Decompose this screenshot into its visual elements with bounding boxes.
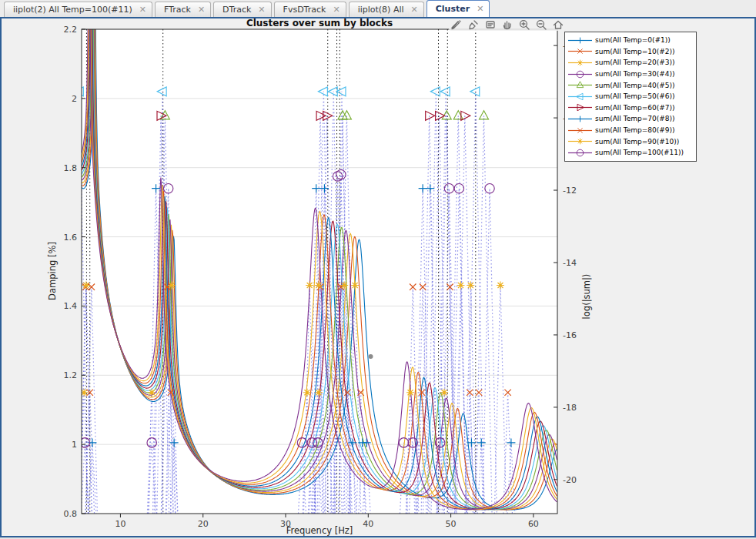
y-tick-label-left: 1 [72, 440, 77, 450]
legend-label: sum(All Temp=50(#6)) [595, 92, 674, 100]
legend-marker-x [567, 46, 593, 56]
legend-label: sum(All Temp=40(#5)) [595, 82, 674, 89]
y-tick-label-right: -18 [563, 403, 577, 413]
tab-fvsdtrack[interactable]: FvsDTrack✕ [274, 2, 346, 17]
legend-entry[interactable]: sum(All Temp=0(#1)) [567, 35, 694, 46]
legend-label: sum(All Temp=60(#7)) [595, 104, 674, 112]
legend-label: sum(All Temp=10(#2)) [595, 48, 674, 55]
y-tick-label-right: -20 [563, 475, 577, 485]
y-tick-label-right: -16 [563, 330, 577, 340]
tab-dtrack[interactable]: DTrack✕ [213, 2, 271, 17]
legend-entry[interactable]: sum(All Temp=30(#4)) [567, 69, 694, 80]
legend-label: sum(All Temp=70(#8)) [595, 115, 674, 122]
legend-label: sum(All Temp=100(#11)) [595, 149, 684, 156]
legend-entry[interactable]: sum(All Temp=10(#2)) [567, 46, 694, 58]
tab-close-icon[interactable]: ✕ [258, 6, 265, 14]
tab-label: Cluster [436, 4, 470, 14]
legend-entry[interactable]: sum(All Temp=40(#5)) [567, 79, 694, 91]
zoom-in-icon[interactable] [518, 18, 530, 31]
y-tick-label-left: 2.2 [64, 25, 78, 35]
legend-entry[interactable]: sum(All Temp=20(#3)) [567, 57, 694, 69]
tab-close-icon[interactable]: ✕ [333, 6, 340, 14]
screenshot-root: { "window": { "tabs": [ {"label": "iiplo… [0, 0, 756, 539]
tab-bar: iiplot(2) All Temp=100(#11)✕FTrack✕DTrac… [0, 0, 756, 17]
restore-view-icon[interactable] [552, 18, 564, 31]
y-axis-label-left: Damping [%] [47, 242, 58, 300]
tab-label: DTrack [222, 5, 251, 15]
tab-iiplot-2-all-temp-100-11-[interactable]: iiplot(2) All Temp=100(#11)✕ [4, 2, 152, 17]
legend-marker-asterisk [567, 58, 593, 68]
y-tick-label-left: 1.6 [64, 233, 78, 243]
legend-entry[interactable]: sum(All Temp=80(#9)) [567, 125, 694, 136]
y-tick-label-left: 1.2 [64, 370, 78, 380]
legend[interactable]: sum(All Temp=0(#1))sum(All Temp=10(#2))s… [564, 32, 697, 162]
y-tick-label-left: 0.8 [64, 509, 78, 519]
legend-entry[interactable]: sum(All Temp=70(#8)) [567, 113, 694, 125]
legend-label: sum(All Temp=0(#1)) [595, 36, 671, 44]
tab-iiplot-8-all[interactable]: iiplot(8) All✕ [349, 2, 424, 17]
tab-close-icon[interactable]: ✕ [139, 6, 146, 14]
x-axis-label: Frequency [Hz] [82, 525, 557, 536]
tab-label: iiplot(8) All [358, 5, 404, 15]
datatip-icon[interactable] [484, 18, 497, 31]
legend-label: sum(All Temp=30(#4)) [595, 70, 674, 78]
legend-entry[interactable]: sum(All Temp=60(#7)) [567, 102, 694, 114]
legend-marker-plus [567, 114, 593, 124]
export-icon[interactable] [450, 18, 463, 31]
brush-icon[interactable] [467, 18, 480, 31]
y-tick-label-right: -14 [563, 258, 577, 268]
legend-marker-plus [567, 35, 593, 45]
legend-marker-triangle-up [567, 80, 593, 90]
tab-label: FvsDTrack [283, 5, 326, 15]
legend-label: sum(All Temp=80(#9)) [595, 126, 674, 134]
axes-toolbar [449, 18, 566, 31]
legend-marker-asterisk [567, 136, 593, 146]
legend-entry[interactable]: sum(All Temp=100(#11)) [567, 147, 694, 159]
pan-icon[interactable] [501, 18, 513, 31]
legend-marker-triangle-right [567, 102, 593, 112]
tab-close-icon[interactable]: ✕ [198, 6, 205, 14]
legend-marker-x [567, 126, 593, 136]
legend-entry[interactable]: sum(All Temp=90(#10)) [567, 136, 694, 147]
stray-data-point [369, 354, 373, 359]
tab-close-icon[interactable]: ✕ [411, 6, 418, 14]
y-tick-label-left: 2 [72, 94, 77, 104]
tab-cluster[interactable]: Cluster✕ [427, 0, 490, 17]
tab-ftrack[interactable]: FTrack✕ [155, 2, 211, 17]
tab-label: iiplot(2) All Temp=100(#11) [13, 5, 132, 15]
legend-label: sum(All Temp=20(#3)) [595, 59, 674, 66]
legend-marker-circle [567, 69, 593, 79]
legend-marker-circle [567, 148, 593, 158]
y-axis-label-right: log(|sum|) [581, 274, 592, 320]
legend-label: sum(All Temp=90(#10)) [595, 138, 679, 146]
tab-close-icon[interactable]: ✕ [477, 5, 483, 13]
y-tick-label-left: 1.4 [64, 301, 78, 311]
zoom-out-icon[interactable] [535, 18, 547, 31]
y-tick-label-right: -12 [563, 186, 577, 196]
legend-marker-triangle-left [567, 92, 593, 102]
tab-label: FTrack [164, 5, 191, 15]
y-tick-label-left: 1.8 [64, 163, 78, 173]
legend-entry[interactable]: sum(All Temp=50(#6)) [567, 91, 694, 102]
